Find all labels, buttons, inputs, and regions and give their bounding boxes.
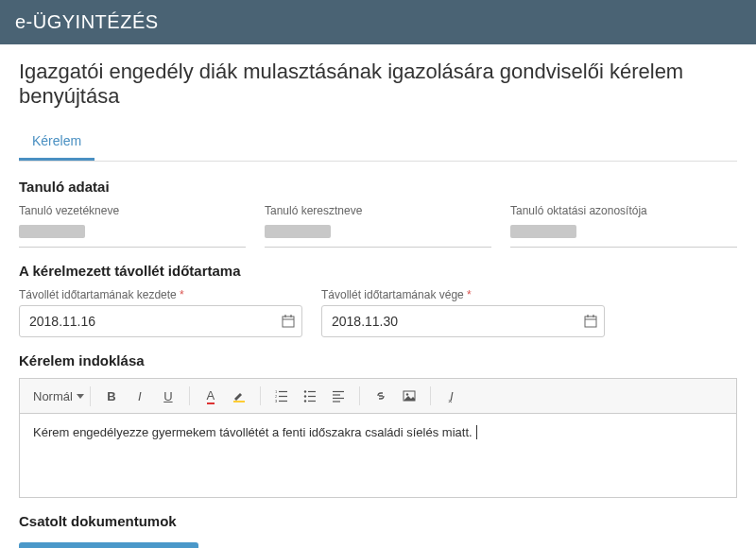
student-section-title: Tanuló adatai <box>19 179 737 195</box>
redacted-firstname <box>265 225 331 238</box>
main-content: Igazgatói engedély diák mulasztásának ig… <box>0 44 756 548</box>
tab-label: Kérelem <box>32 133 81 148</box>
toolbar-separator <box>260 386 261 405</box>
lastname-label: Tanuló vezetékneve <box>19 204 246 217</box>
app-title: e-ÜGYINTÉZÉS <box>15 11 159 32</box>
absence-start-label: Távollét időtartamának kezdete * <box>19 288 302 301</box>
editor-body[interactable]: Kérem engedélyezze gyermekem távollétét … <box>19 413 737 498</box>
chevron-down-icon <box>77 394 84 399</box>
redacted-eduid <box>510 225 576 238</box>
unordered-list-button[interactable] <box>299 385 321 407</box>
bold-button[interactable]: B <box>100 385 123 407</box>
justification-section-title: Kérelem indoklása <box>19 352 737 368</box>
absence-end-input[interactable] <box>321 305 605 337</box>
bg-color-button[interactable] <box>228 385 250 407</box>
format-dropdown[interactable]: Normál <box>27 386 91 406</box>
italic-button[interactable]: I <box>129 385 151 407</box>
toolbar-separator <box>189 386 190 405</box>
svg-point-15 <box>304 390 306 392</box>
remove-format-button[interactable]: I× <box>440 385 463 407</box>
editor-toolbar: Normál B I U A 123 I× <box>19 378 737 413</box>
absence-section-title: A kérelmezett távollét időtartama <box>19 263 737 279</box>
app-header: e-ÜGYINTÉZÉS <box>0 0 756 44</box>
attachments-section-title: Csatolt dokumentumok <box>19 513 737 529</box>
align-button[interactable] <box>327 385 350 407</box>
svg-rect-8 <box>233 401 245 402</box>
page-title: Igazgatói engedély diák mulasztásának ig… <box>19 60 737 109</box>
toolbar-separator <box>359 386 360 405</box>
image-button[interactable] <box>398 385 421 407</box>
tab-kerelem[interactable]: Kérelem <box>19 124 94 161</box>
absence-start-input[interactable] <box>19 305 302 337</box>
firstname-label: Tanuló keresztneve <box>265 204 491 217</box>
absence-row: Távollét időtartamának kezdete * Távollé… <box>19 288 737 337</box>
ordered-list-button[interactable]: 123 <box>270 385 293 407</box>
student-row: Tanuló vezetékneve Tanuló keresztneve Ta… <box>19 204 737 248</box>
lastname-value <box>19 221 246 248</box>
svg-point-17 <box>304 395 306 397</box>
svg-text:3: 3 <box>275 399 278 402</box>
link-button[interactable] <box>369 385 392 407</box>
svg-point-19 <box>304 400 306 402</box>
eduid-value <box>510 221 737 248</box>
svg-point-26 <box>406 393 408 395</box>
redacted-lastname <box>19 225 85 238</box>
firstname-value <box>265 221 491 248</box>
toolbar-separator <box>430 386 431 405</box>
font-color-button[interactable]: A <box>199 385 222 407</box>
eduid-label: Tanuló oktatási azonosítója <box>510 204 737 217</box>
attach-document-button[interactable]: + Dokumentum csatolása <box>19 542 198 548</box>
underline-button[interactable]: U <box>157 385 180 407</box>
tabs: Kérelem <box>19 124 737 162</box>
absence-end-label: Távollét időtartamának vége * <box>321 288 605 301</box>
